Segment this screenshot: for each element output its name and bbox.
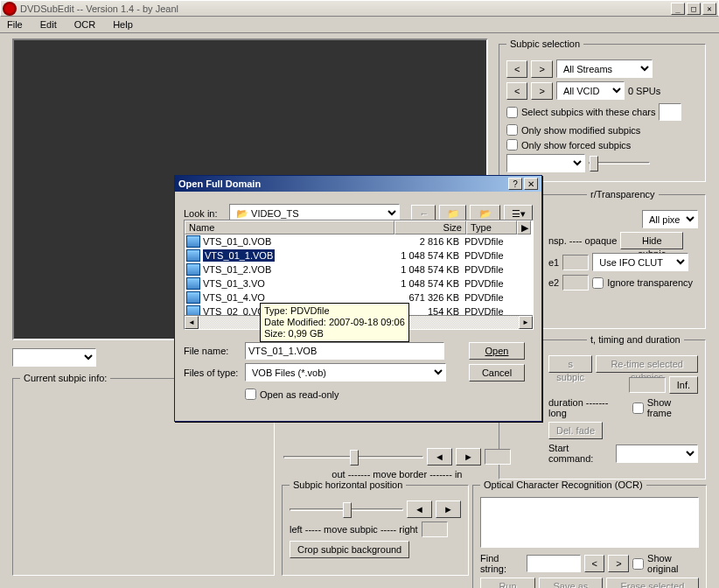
menu-ocr[interactable]: OCR <box>71 18 99 32</box>
minimize-button[interactable]: _ <box>671 3 685 15</box>
find-input[interactable] <box>527 555 581 572</box>
erase-button[interactable]: Erase selected text <box>606 578 699 588</box>
vcid-select[interactable]: All VCID <box>556 81 625 100</box>
dialog-title-bar[interactable]: Open Full Domain ? ✕ <box>175 176 541 192</box>
dialog-close-button[interactable]: ✕ <box>524 178 538 190</box>
file-type: PDVDfile <box>464 292 517 303</box>
readonly-checkbox[interactable] <box>245 388 256 400</box>
filetype-select[interactable]: VOB Files (*.vob) <box>245 363 446 382</box>
file-name: VTS_01_1.VOB <box>202 250 393 261</box>
hscroll-left[interactable]: ◄ <box>185 316 199 329</box>
forced-checkbox[interactable] <box>506 139 518 150</box>
stream-next-button[interactable]: > <box>531 60 552 78</box>
s-subpic-button[interactable]: s subpic <box>548 355 592 373</box>
file-size: 671 326 KB <box>393 292 464 303</box>
sel-slider[interactable] <box>589 162 650 164</box>
menu-edit[interactable]: Edit <box>37 18 60 32</box>
stream-prev-button[interactable]: < <box>506 60 527 78</box>
savesrt-button[interactable]: Save as .srt <box>539 578 603 588</box>
ignore-transp-label: Ignore transparency <box>607 277 693 288</box>
ocr-output <box>480 497 699 548</box>
file-row[interactable]: VTS_01_0.VOB 2 816 KB PDVDfile <box>185 234 533 248</box>
vcid-next-button[interactable]: > <box>531 82 552 100</box>
horiz-legend: Subpic horizontal position <box>290 480 406 490</box>
file-icon <box>186 291 200 304</box>
col-size[interactable]: Size <box>394 220 466 234</box>
border-value <box>485 449 511 465</box>
inf-field <box>629 377 666 393</box>
chars-checkbox[interactable] <box>506 107 518 118</box>
tooltip-type: Type: PDVDfile <box>264 305 405 317</box>
app-icon <box>3 2 17 16</box>
file-type: PDVDfile <box>464 250 517 261</box>
e1-field[interactable] <box>562 255 589 270</box>
crop-button[interactable]: Crop subpic background <box>290 541 409 558</box>
file-row[interactable]: VTS_01_2.VOB 1 048 574 KB PDVDfile <box>185 262 533 276</box>
subpic-info-legend: Current subpic info: <box>20 373 110 383</box>
e1-label: e1 <box>548 257 559 268</box>
chars-label: Select subpics with these chars <box>521 107 655 117</box>
modified-checkbox[interactable] <box>506 124 518 136</box>
file-type: PDVDfile <box>464 264 517 275</box>
file-list-header[interactable]: Name Size Type ▶ <box>185 220 533 234</box>
showoriginal-checkbox[interactable] <box>632 558 644 570</box>
inf-button[interactable]: Inf. <box>669 376 698 394</box>
file-icon <box>186 277 200 290</box>
subpic-selection-legend: Subpic selection <box>506 38 583 49</box>
e2-label: e2 <box>548 277 559 288</box>
menu-help[interactable]: Help <box>109 18 136 32</box>
border-right-button[interactable]: ► <box>456 448 481 466</box>
stream-select[interactable]: All Streams <box>556 60 653 78</box>
lookin-label: Look in: <box>184 208 226 219</box>
opacity-label: nsp. ---- opaque <box>548 235 617 246</box>
maximize-button[interactable]: □ <box>687 3 701 15</box>
sel-extra-combo[interactable] <box>506 154 585 172</box>
filename-input[interactable] <box>245 342 444 360</box>
e2-field[interactable] <box>562 275 589 290</box>
col-name[interactable]: Name <box>185 220 394 234</box>
runocr-button[interactable]: Run OCR <box>480 578 535 588</box>
ignore-transp-checkbox[interactable] <box>592 277 604 289</box>
border-left-button[interactable]: ◄ <box>427 448 452 466</box>
file-name: VTS_01_0.VOB <box>202 236 393 247</box>
hscroll-right[interactable]: ► <box>519 316 533 329</box>
left-combo[interactable] <box>12 348 96 367</box>
tooltip-date: Date Modified: 2007-09-18 09:06 <box>264 317 405 328</box>
find-next-button[interactable]: > <box>608 555 629 572</box>
delfade-button[interactable]: Del. fade <box>548 422 603 439</box>
menu-file[interactable]: File <box>3 18 26 32</box>
file-row[interactable]: VTS_01_3.VO 1 048 574 KB PDVDfile <box>185 276 533 290</box>
col-type[interactable]: Type <box>466 220 517 234</box>
dialog-help-button[interactable]: ? <box>508 178 522 190</box>
open-button[interactable]: Open <box>469 342 525 360</box>
scroll-right-indicator[interactable]: ▶ <box>517 220 531 234</box>
timing-legend: t, timing and duration <box>587 334 684 345</box>
horiz-left-button[interactable]: ◄ <box>407 500 432 518</box>
pixel-select[interactable]: All pixels <box>642 210 698 228</box>
startcmd-select[interactable] <box>616 444 698 463</box>
horiz-right-button[interactable]: ► <box>436 500 461 518</box>
file-size: 2 816 KB <box>393 236 464 247</box>
forced-label: Only show forced subpics <box>521 140 631 150</box>
spu-count: 0 SPUs <box>628 86 660 96</box>
horiz-slider[interactable] <box>290 508 403 511</box>
open-dialog: Open Full Domain ? ✕ Look in: 📂 VIDEO_TS… <box>174 175 542 422</box>
horiz-scale-label: left ----- move subpic ----- right <box>290 524 418 535</box>
border-slider[interactable] <box>283 456 423 458</box>
file-tooltip: Type: PDVDfile Date Modified: 2007-09-18… <box>260 303 409 342</box>
showframe-label: Show frame <box>647 397 698 418</box>
find-prev-button[interactable]: < <box>584 555 605 572</box>
startcmd-label: Start command: <box>548 443 612 464</box>
chars-input[interactable] <box>659 103 681 121</box>
showframe-checkbox[interactable] <box>632 402 644 414</box>
file-icon <box>186 235 200 248</box>
cancel-button[interactable]: Cancel <box>469 364 525 382</box>
file-size: 1 048 574 KB <box>393 250 464 261</box>
file-icon <box>186 263 200 276</box>
vcid-prev-button[interactable]: < <box>506 82 527 100</box>
clut-select[interactable]: Use IFO CLUT <box>592 253 688 271</box>
file-row[interactable]: VTS_01_1.VOB 1 048 574 KB PDVDfile <box>185 248 533 262</box>
hide-subpic-button[interactable]: Hide subpic <box>620 232 683 249</box>
retime-button[interactable]: Re-time selected subpics <box>596 355 698 373</box>
close-button[interactable]: ✕ <box>702 3 716 15</box>
